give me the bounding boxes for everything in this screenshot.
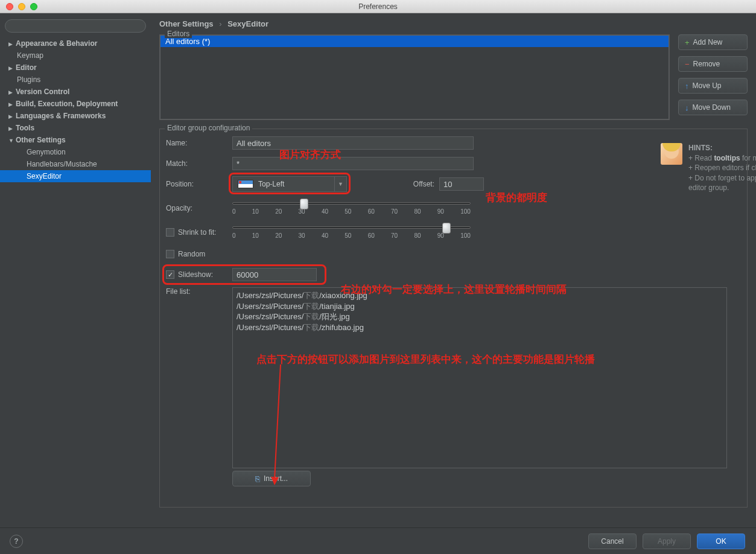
shrink-slider[interactable]: 0102030405060708090100 [232,226,471,239]
slideshow-field[interactable] [232,268,317,281]
position-combo[interactable]: Top-Left ▼ [232,176,347,192]
settings-tree: Appearance & BehaviorKeymapEditorPlugins… [0,37,151,182]
chevron-right-icon [8,112,13,120]
sidebar-item-label: Editor [16,63,37,72]
sidebar-item[interactable]: Editor [0,62,151,74]
random-wrap: Random [166,250,232,258]
chevron-down-icon [8,136,13,144]
sidebar-item[interactable]: Other Settings [0,134,151,146]
sidebar-item-label: Version Control [16,88,69,96]
match-label: Match: [166,159,232,168]
sidebar-item-label: Appearance & Behavior [16,39,97,48]
search-input[interactable] [5,19,146,33]
file-list-item[interactable]: /Users/zsl/Pictures/下载/阳光.jpg [237,311,723,322]
remove-button[interactable]: −Remove [678,56,748,72]
file-list-item[interactable]: /Users/zsl/Pictures/下载/tianjia.jpg [237,301,723,312]
ok-button[interactable]: OK [697,533,745,549]
cancel-button[interactable]: Cancel [588,533,637,549]
editors-group: Editors All editors (*) [159,34,670,120]
minus-icon: − [685,60,690,68]
breadcrumb-sep: › [219,19,221,28]
editors-list[interactable]: All editors (*) [160,35,669,119]
sidebar-item[interactable]: Plugins [0,74,151,86]
random-checkbox[interactable] [166,250,174,258]
sidebar-item[interactable]: Keymap [0,49,151,62]
sidebar-item-label: Handlebars/Mustache [27,160,97,168]
content-panel: Other Settings › SexyEditor Editors All … [151,13,756,526]
arrow-down-icon: ↓ [685,104,689,112]
insert-icon: ⎘ [255,475,260,483]
sidebar-item-label: Keymap [17,51,43,60]
window-title: Preferences [0,2,756,11]
avatar [661,143,682,165]
apply-button[interactable]: Apply [643,533,691,549]
breadcrumb-leaf: SexyEditor [227,19,268,28]
sidebar-item-label: Genymotion [27,148,66,156]
breadcrumb-root[interactable]: Other Settings [159,19,214,28]
sidebar-item-label: Tools [16,124,34,132]
sidebar-item-label: Plugins [17,75,40,84]
titlebar: Preferences [0,0,756,13]
name-field[interactable] [232,136,474,150]
sidebar-item[interactable]: Tools [0,122,151,134]
file-list-item[interactable]: /Users/zsl/Pictures/下载/zhifubao.jpg [237,322,723,333]
chevron-right-icon [8,100,13,108]
dialog-footer: ? Cancel Apply OK [0,527,756,554]
sidebar-item-label: Other Settings [16,136,66,144]
group-label: Editors [165,30,192,38]
file-list[interactable]: /Users/zsl/Pictures/下载/xiaoxiong.jpg/Use… [232,287,727,468]
plus-icon: + [685,39,690,46]
sidebar-item[interactable]: Version Control [0,86,151,98]
offset-field[interactable] [439,177,484,191]
help-button[interactable]: ? [10,535,23,548]
chevron-right-icon [8,39,13,48]
sidebar-item[interactable]: Appearance & Behavior [0,37,151,49]
slideshow-checkbox[interactable]: ✓ [166,270,174,279]
sidebar-item-label: SexyEditor [27,172,62,180]
group-label: Editor group configuration [165,124,252,132]
shrink-label-wrap: Shrink to fit: [166,228,232,237]
chevron-right-icon [8,124,13,132]
file-list-item[interactable]: /Users/zsl/Pictures/下载/xiaoxiong.jpg [237,290,723,301]
filelist-label: File list: [166,287,232,296]
slideshow-wrap: ✓ Slideshow: [166,270,232,279]
flag-icon [238,180,253,188]
name-label: Name: [166,139,232,147]
breadcrumb: Other Settings › SexyEditor [159,19,748,28]
move-up-button[interactable]: ↑Move Up [678,78,748,94]
sidebar-item-label: Build, Execution, Deployment [16,100,118,108]
position-label: Position: [166,180,232,188]
match-field[interactable] [232,157,474,170]
sidebar: Appearance & BehaviorKeymapEditorPlugins… [0,13,151,526]
insert-button[interactable]: ⎘ Insert... [232,471,311,486]
offset-label: Offset: [398,180,434,188]
move-down-button[interactable]: ↓Move Down [678,100,748,115]
sidebar-item[interactable]: Languages & Frameworks [0,110,151,122]
opacity-slider[interactable]: 0102030405060708090100 [232,202,471,215]
editors-buttons: +Add New −Remove ↑Move Up ↓Move Down [678,34,748,129]
add-new-button[interactable]: +Add New [678,34,748,50]
shrink-checkbox[interactable] [166,228,174,237]
sidebar-item[interactable]: Genymotion [0,146,151,158]
sidebar-item[interactable]: Handlebars/Mustache [0,158,151,170]
chevron-right-icon [8,88,13,96]
sidebar-item[interactable]: Build, Execution, Deployment [0,98,151,110]
sidebar-item-label: Languages & Frameworks [16,112,106,120]
list-item[interactable]: All editors (*) [160,36,669,47]
arrow-up-icon: ↑ [685,82,689,90]
sidebar-item[interactable]: SexyEditor [0,170,151,182]
config-group: Editor group configuration HINTS: + Read… [159,129,748,508]
chevron-right-icon [8,63,13,72]
opacity-label: Opacity: [166,204,232,212]
chevron-down-icon: ▼ [334,177,346,191]
